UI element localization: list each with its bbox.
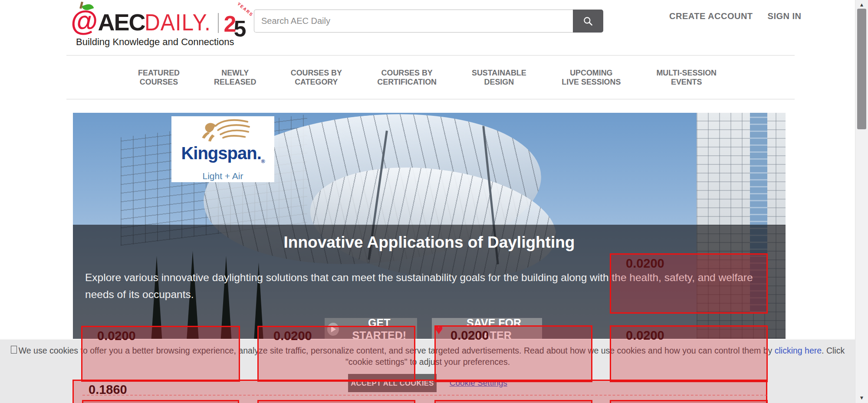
clicking-here-link[interactable]: clicking here [775, 346, 822, 355]
kingspan-division: Light + Air [203, 171, 243, 181]
registered-mark: ® [261, 158, 265, 164]
main-nav: FEATUREDCOURSES NEWLYRELEASED COURSES BY… [137, 68, 718, 86]
heart-icon: ♥ [434, 322, 443, 337]
cookie-message: iWe use cookies to offer you a better br… [10, 345, 845, 367]
logo-25-years: YEARS 2 5 [224, 13, 247, 35]
search-input[interactable] [254, 10, 573, 33]
page: @ AEC DAILY. YEARS 2 5 Building Knowledg… [0, 0, 868, 403]
sign-in-link[interactable]: SIGN IN [768, 11, 802, 21]
nav-multi-session-events[interactable]: MULTI-SESSIONEVENTS [656, 68, 717, 86]
scroll-down-arrow[interactable]: ▼ [855, 395, 868, 401]
logo-separator [218, 13, 219, 33]
accept-all-cookies-button[interactable]: ACCEPT ALL COOKIES [348, 374, 436, 392]
nav-divider [66, 99, 795, 99]
header-divider [66, 55, 795, 56]
cookie-banner: iWe use cookies to offer you a better br… [0, 339, 855, 403]
cookie-settings-link[interactable]: Cookie Settings [450, 378, 507, 388]
search-bar [254, 10, 603, 33]
account-links: CREATE ACCOUNT SIGN IN [669, 11, 802, 21]
nav-sustainable-design[interactable]: SUSTAINABLEDESIGN [472, 68, 526, 86]
save-for-later-button[interactable]: ♥ SAVE FOR LATER [432, 318, 542, 341]
logo-tagline: Building Knowledge and Connections [76, 36, 246, 48]
nav-upcoming-live-sessions[interactable]: UPCOMINGLIVE SESSIONS [562, 68, 621, 86]
logo-text-aec: AEC [98, 10, 145, 35]
years-arc-label: YEARS [237, 1, 254, 17]
get-started-button[interactable]: GET STARTED! [325, 318, 417, 341]
hero-buttons: GET STARTED! ♥ SAVE FOR LATER [325, 318, 542, 341]
years-digit-5: 5 [233, 19, 246, 38]
cookie-actions: ACCEPT ALL COOKIES Cookie Settings [0, 374, 855, 392]
info-placeholder-icon: i [11, 346, 17, 354]
scroll-up-arrow[interactable]: ▲ [855, 2, 868, 8]
create-account-link[interactable]: CREATE ACCOUNT [669, 11, 753, 21]
apple-at-icon: @ [71, 7, 98, 35]
logo-row: @ AEC DAILY. YEARS 2 5 [71, 3, 246, 35]
nav-courses-by-certification[interactable]: COURSES BYCERTIFICATION [377, 68, 437, 86]
play-icon [327, 323, 339, 336]
nav-courses-by-category[interactable]: COURSES BYCATEGORY [291, 68, 342, 86]
hero-title: Innovative Applications of Daylighting [73, 233, 786, 252]
vertical-scrollbar[interactable]: ▲ ▼ [855, 0, 868, 403]
aecdaily-logo[interactable]: @ AEC DAILY. YEARS 2 5 Building Knowledg… [71, 3, 246, 48]
logo-text-daily: DAILY. [145, 10, 211, 35]
kingspan-lion-icon [191, 118, 256, 144]
kingspan-wordmark: Kingspan.® [181, 144, 264, 170]
search-icon [582, 16, 594, 27]
search-button[interactable] [573, 10, 603, 33]
nav-newly-released[interactable]: NEWLYRELEASED [214, 68, 256, 86]
kingspan-logo: Kingspan.® Light + Air [171, 116, 274, 182]
scrollbar-thumb[interactable] [857, 9, 866, 129]
hero-description: Explore various innovative daylighting s… [85, 269, 766, 303]
nav-featured-courses[interactable]: FEATUREDCOURSES [138, 68, 180, 86]
